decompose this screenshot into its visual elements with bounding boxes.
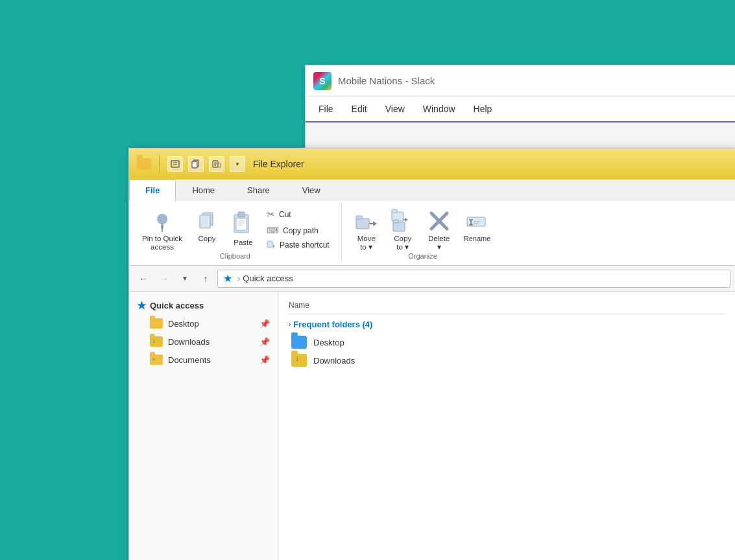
quick-access-star-icon: ★: [137, 299, 146, 312]
desktop-pin-icon: 📌: [259, 319, 270, 329]
downloads-folder-icon: [150, 336, 163, 347]
paste-shortcut-icon: [267, 240, 276, 250]
forward-button[interactable]: →: [155, 270, 173, 288]
svg-rect-19: [238, 212, 245, 217]
pin-icon: [151, 210, 174, 233]
sidebar-item-documents[interactable]: Documents 📌: [129, 351, 278, 369]
ribbon-organize-items: Moveto ▾: [350, 204, 496, 252]
ribbon-tabs: File Home Share View: [129, 180, 735, 201]
svg-rect-32: [393, 222, 405, 231]
svg-rect-17: [200, 215, 210, 228]
slack-menu-edit[interactable]: Edit: [344, 100, 375, 118]
move-to-label: Moveto ▾: [357, 235, 376, 253]
titlebar-properties-btn[interactable]: [209, 156, 224, 172]
main-content: ★ Quick access Desktop 📌 Downloads 📌 Doc…: [129, 292, 735, 560]
address-path[interactable]: ★ › Quick access: [217, 270, 730, 288]
copy-path-button[interactable]: ⌨ Copy path: [263, 224, 333, 237]
svg-rect-20: [236, 218, 247, 230]
copy-path-label: Copy path: [283, 226, 319, 235]
slack-menu-window[interactable]: Window: [415, 100, 463, 118]
explorer-title: File Explorer: [253, 159, 304, 169]
file-item-downloads-name: Downloads: [313, 356, 355, 366]
slack-titlebar: S Mobile Nations - Slack: [306, 65, 735, 97]
quick-access-label: Quick access: [150, 301, 204, 310]
frequent-folders-label: › Frequent folders (4): [289, 320, 725, 329]
sidebar: ★ Quick access Desktop 📌 Downloads 📌 Doc…: [129, 292, 278, 560]
slack-icon: S: [313, 72, 331, 90]
svg-rect-31: [392, 209, 397, 213]
titlebar-copy-btn[interactable]: [188, 156, 204, 172]
documents-pin-icon: 📌: [259, 355, 270, 365]
copy-to-label: Copyto ▾: [394, 235, 411, 253]
documents-folder-icon: [150, 355, 163, 365]
tab-share[interactable]: Share: [231, 180, 286, 201]
up-button[interactable]: ↑: [197, 270, 215, 288]
svg-marker-29: [373, 221, 377, 226]
delete-label: Delete▾: [428, 235, 450, 253]
svg-marker-25: [273, 244, 275, 248]
quick-access-star-icon: ★: [223, 272, 232, 285]
path-text: Quick access: [243, 274, 293, 283]
path-separator: ›: [237, 274, 240, 283]
section-chevron-icon: ›: [289, 321, 291, 328]
file-item-desktop[interactable]: Desktop: [289, 333, 725, 351]
svg-rect-27: [356, 216, 362, 219]
file-item-downloads[interactable]: ↓ Downloads: [289, 351, 725, 369]
organize-group-label: Organize: [408, 252, 437, 262]
address-bar: ← → ▼ ↑ ★ › Quick access: [129, 266, 735, 292]
slack-menu-file[interactable]: File: [311, 100, 341, 118]
paste-button[interactable]: Paste: [226, 207, 260, 251]
delete-icon: [428, 210, 451, 233]
file-area-header: Name: [289, 297, 725, 314]
back-button[interactable]: ←: [134, 270, 152, 288]
sidebar-item-quick-access[interactable]: ★ Quick access: [129, 294, 278, 314]
copy-button[interactable]: Copy: [190, 207, 224, 251]
paste-icon: [232, 210, 255, 237]
paste-shortcut-button[interactable]: Paste shortcut: [263, 239, 333, 251]
downloads-folder-large-icon: ↓: [291, 354, 307, 367]
column-name-header: Name: [289, 301, 725, 310]
file-item-desktop-name: Desktop: [313, 338, 344, 347]
svg-rect-26: [356, 218, 369, 229]
titlebar-checklist-btn[interactable]: [167, 156, 183, 172]
copy-label: Copy: [199, 235, 216, 244]
sidebar-item-desktop[interactable]: Desktop 📌: [129, 314, 278, 332]
explorer-window: ▼ File Explorer File Home Share View: [128, 148, 735, 560]
slack-menubar: File Edit View Window Help: [306, 97, 735, 122]
slack-menu-view[interactable]: View: [378, 100, 413, 118]
rename-button[interactable]: Rename: [459, 207, 496, 251]
paste-label: Paste: [234, 239, 252, 248]
delete-button[interactable]: Delete▾: [422, 207, 456, 251]
sidebar-item-downloads[interactable]: Downloads 📌: [129, 332, 278, 351]
copy-path-icon: ⌨: [267, 226, 279, 235]
paste-shortcut-label: Paste shortcut: [280, 240, 330, 250]
rename-label: Rename: [464, 235, 491, 243]
ribbon-content: Pin to Quickaccess Copy: [129, 201, 735, 266]
documents-label: Documents: [168, 355, 211, 365]
explorer-titlebar: ▼ File Explorer: [129, 148, 735, 180]
svg-marker-35: [405, 218, 408, 222]
ribbon-group-organize: Moveto ▾: [342, 204, 504, 262]
tab-file[interactable]: File: [129, 180, 176, 202]
file-area: Name › Frequent folders (4) Desktop ↓: [278, 292, 735, 560]
slack-title: Mobile Nations - Slack: [338, 75, 435, 86]
pin-to-quick-access-button[interactable]: Pin to Quickaccess: [137, 207, 187, 251]
copy-to-button[interactable]: Copyto ▾: [386, 207, 420, 251]
titlebar-dropdown-btn[interactable]: ▼: [230, 156, 245, 172]
cut-label: Cut: [279, 210, 291, 219]
explorer-folder-icon: [137, 158, 151, 170]
desktop-label: Desktop: [168, 319, 199, 329]
move-to-button[interactable]: Moveto ▾: [350, 207, 383, 251]
svg-rect-33: [393, 220, 398, 223]
slack-menu-help[interactable]: Help: [466, 100, 500, 118]
rename-icon: [466, 210, 489, 233]
frequent-folders-text: Frequent folders (4): [293, 320, 372, 329]
recent-locations-button[interactable]: ▼: [176, 270, 194, 288]
svg-rect-24: [267, 241, 272, 248]
tab-view[interactable]: View: [286, 180, 337, 201]
cut-button[interactable]: ✂ Cut: [263, 207, 333, 222]
downloads-pin-icon: 📌: [259, 337, 270, 347]
tab-home[interactable]: Home: [176, 180, 231, 201]
move-to-icon: [355, 210, 378, 233]
copy-icon: [195, 210, 219, 233]
